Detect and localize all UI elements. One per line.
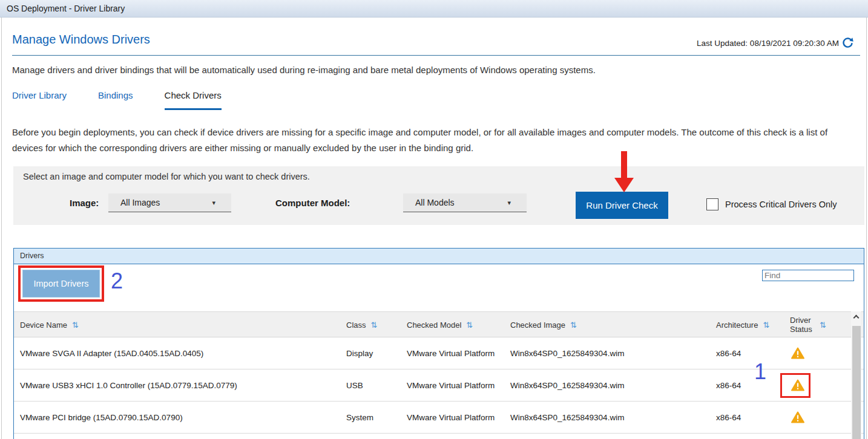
column-header-driver-status: Driver Status ⇅ bbox=[790, 312, 826, 337]
warning-icon bbox=[791, 402, 804, 433]
find-input[interactable] bbox=[762, 270, 854, 281]
computer-model-label: Computer Model: bbox=[275, 198, 350, 208]
table-row[interactable]: VMware SVGA II Adapter (15AD.0405.15AD.0… bbox=[14, 337, 864, 369]
table-scrollbar[interactable] bbox=[851, 311, 861, 439]
annotation-arrow-tail bbox=[621, 151, 627, 178]
sort-icon[interactable]: ⇅ bbox=[466, 320, 473, 330]
image-select[interactable]: All Images ▾ bbox=[108, 193, 231, 212]
annotation-number-2: 2 bbox=[111, 270, 123, 292]
computer-model-select-value: All Models bbox=[415, 198, 455, 207]
annotation-box-step1 bbox=[780, 373, 810, 398]
caret-down-icon: ▾ bbox=[212, 193, 215, 212]
refresh-icon[interactable] bbox=[842, 37, 853, 48]
tab-bindings[interactable]: Bindings bbox=[98, 90, 133, 110]
tab-check-drivers[interactable]: Check Drivers bbox=[165, 90, 222, 110]
column-header-device-name: Device Name ⇅ bbox=[20, 312, 335, 337]
table-body: VMware SVGA II Adapter (15AD.0405.15AD.0… bbox=[14, 337, 864, 439]
tab-driver-library[interactable]: Driver Library bbox=[12, 90, 67, 110]
image-select-value: All Images bbox=[120, 198, 160, 207]
sort-icon[interactable]: ⇅ bbox=[820, 320, 826, 330]
column-header-checked-model: Checked Model ⇅ bbox=[407, 312, 507, 337]
sort-icon[interactable]: ⇅ bbox=[763, 320, 769, 330]
check-drivers-form-panel: Select an image and computer model for w… bbox=[13, 166, 864, 225]
column-header-architecture: Architecture ⇅ bbox=[716, 312, 786, 337]
import-drivers-button[interactable]: Import Drivers bbox=[22, 270, 100, 298]
caret-down-icon: ▾ bbox=[507, 193, 511, 212]
drivers-panel-title: Drivers bbox=[14, 249, 864, 264]
annotation-box-step2: Import Drivers bbox=[18, 265, 104, 302]
column-header-checked-image: Checked Image ⇅ bbox=[510, 312, 710, 337]
tab-bar: Driver Library Bindings Check Drivers bbox=[12, 90, 253, 110]
process-critical-drivers-checkbox[interactable] bbox=[706, 198, 718, 210]
intro-text: Manage drivers and driver bindings that … bbox=[12, 65, 596, 75]
table-header-row: Device Name ⇅ Class ⇅ Checked Model ⇅ Ch… bbox=[14, 311, 864, 337]
warning-icon bbox=[791, 337, 804, 369]
page-title: Manage Windows Drivers bbox=[12, 33, 150, 47]
scrollbar-thumb[interactable] bbox=[852, 326, 861, 439]
sort-icon[interactable]: ⇅ bbox=[72, 320, 79, 330]
column-header-class: Class ⇅ bbox=[346, 312, 404, 337]
annotation-arrow-head bbox=[614, 178, 634, 192]
table-row[interactable]: VMware PCI bridge (15AD.0790.15AD.0790) … bbox=[14, 402, 864, 434]
last-updated-text: Last Updated: 08/19/2021 09:20:30 AM bbox=[697, 39, 839, 48]
page-right-border bbox=[866, 18, 867, 439]
computer-model-select[interactable]: All Models ▾ bbox=[403, 193, 527, 212]
page-left-border bbox=[1, 18, 2, 439]
os-deployment-window: OS Deployment - Driver Library Manage Wi… bbox=[0, 0, 868, 439]
sort-icon[interactable]: ⇅ bbox=[371, 320, 378, 330]
window-title: OS Deployment - Driver Library bbox=[0, 0, 868, 18]
form-instruction: Select an image and computer model for w… bbox=[23, 172, 310, 181]
chevron-up-icon bbox=[853, 315, 860, 321]
scroll-up-button[interactable] bbox=[851, 311, 861, 324]
image-label: Image: bbox=[70, 198, 99, 208]
run-driver-check-button[interactable]: Run Driver Check bbox=[576, 192, 668, 219]
sort-icon[interactable]: ⇅ bbox=[570, 320, 577, 330]
check-drivers-description: Before you begin deployments, you can ch… bbox=[12, 125, 861, 156]
header-divider bbox=[12, 55, 860, 56]
table-row[interactable]: VMware USB3 xHCI 1.0 Controller (15AD.07… bbox=[14, 369, 864, 402]
annotation-number-1: 1 bbox=[754, 361, 766, 383]
drivers-panel: Drivers Import Drivers 2 Device Name ⇅ C… bbox=[13, 248, 864, 439]
process-critical-drivers-label: Process Critical Drivers Only bbox=[725, 200, 837, 209]
